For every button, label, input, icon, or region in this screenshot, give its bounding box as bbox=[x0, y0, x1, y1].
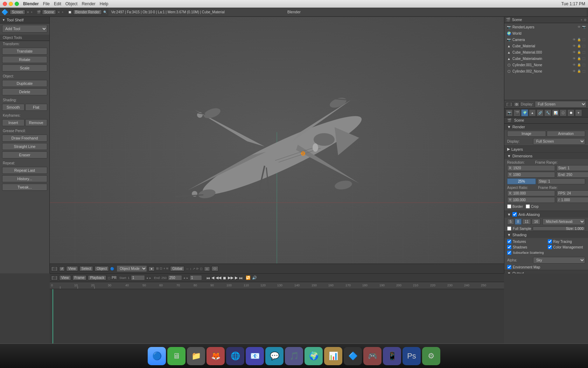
menu-edit[interactable]: Edit bbox=[54, 1, 61, 6]
vis-render-2[interactable]: 🔒 bbox=[577, 50, 581, 54]
dock-icon-blender[interactable]: 🔷 bbox=[344, 347, 362, 365]
aa-size-input[interactable] bbox=[533, 226, 585, 231]
dock-icon-3[interactable]: 🦊 bbox=[206, 347, 225, 365]
pct-button[interactable]: 25% bbox=[507, 178, 536, 184]
ray-tracing-checkbox[interactable] bbox=[548, 239, 552, 244]
timeline-start-input[interactable] bbox=[131, 275, 145, 280]
subsurface-checkbox[interactable] bbox=[507, 251, 511, 255]
loop-btn[interactable]: 🔁 bbox=[246, 275, 251, 280]
menu-render[interactable]: Render bbox=[82, 1, 95, 6]
alpha-select[interactable]: Sky bbox=[533, 257, 585, 264]
view-dropdown[interactable]: Full Screen bbox=[535, 101, 587, 108]
frame-end-input[interactable] bbox=[556, 172, 588, 178]
vis-render-3[interactable]: 🔒 bbox=[577, 57, 581, 60]
render-section-header[interactable]: ▼ Render bbox=[504, 124, 588, 130]
output-header[interactable]: ▼ Output bbox=[504, 270, 588, 273]
tweak-button[interactable]: Tweak... bbox=[2, 184, 47, 191]
crop-checkbox[interactable] bbox=[526, 204, 530, 209]
eye-icon[interactable]: 👁 bbox=[577, 25, 581, 29]
rotate-button[interactable]: Rotate bbox=[2, 56, 47, 63]
animation-render-btn[interactable]: Animation bbox=[547, 131, 586, 137]
dock-icon-7[interactable]: 🌍 bbox=[304, 347, 323, 365]
eraser-button[interactable]: Eraser bbox=[2, 151, 47, 158]
menu-help[interactable]: Help bbox=[100, 1, 108, 6]
repeat-last-button[interactable]: Repeat Last bbox=[2, 167, 47, 174]
dock-icon-4[interactable]: 🌐 bbox=[226, 347, 244, 365]
duplicate-button[interactable]: Duplicate bbox=[2, 80, 47, 87]
textures-checkbox[interactable] bbox=[507, 239, 511, 244]
image-render-btn[interactable]: Image bbox=[507, 131, 546, 137]
close-button[interactable] bbox=[3, 2, 7, 6]
frame-start-input[interactable] bbox=[556, 165, 588, 171]
scene-expand[interactable]: + bbox=[581, 18, 582, 22]
prop-icon-material[interactable]: ⬡ bbox=[560, 109, 567, 116]
sync-btn[interactable]: 🔊 bbox=[252, 275, 257, 280]
btn-screen-layout[interactable]: Screen bbox=[10, 9, 25, 15]
vis-restrict-3[interactable]: ⬚ bbox=[582, 57, 586, 60]
color-mgmt-checkbox[interactable] bbox=[548, 245, 552, 249]
prop-icon-texture[interactable]: 🔲 bbox=[567, 109, 574, 116]
vis-eye-3[interactable]: 👁 bbox=[572, 57, 576, 60]
full-sample-checkbox[interactable] bbox=[507, 226, 511, 231]
scale-button[interactable]: Scale bbox=[2, 64, 47, 71]
delete-button[interactable]: Delete bbox=[2, 88, 47, 95]
render-icon[interactable]: 📷 bbox=[582, 25, 586, 29]
prop-icon-data[interactable]: 📊 bbox=[552, 109, 559, 116]
tree-item-cube-mat[interactable]: ▲ Cube_Material 👁 🔒 ⬚ bbox=[505, 43, 587, 49]
frame-step-input[interactable] bbox=[537, 178, 585, 184]
vis-render-4[interactable]: 🔒 bbox=[577, 63, 581, 67]
dock-finder[interactable]: 🔵 bbox=[148, 347, 166, 365]
next-frame-btn[interactable]: ▶ bbox=[235, 275, 238, 280]
timeline-current-input[interactable] bbox=[190, 275, 202, 280]
menu-object[interactable]: Object bbox=[65, 1, 78, 6]
minimize-button[interactable] bbox=[9, 2, 13, 6]
dock-icon-1[interactable]: 🖥 bbox=[167, 347, 186, 365]
dock-icon-2[interactable]: 📁 bbox=[187, 347, 205, 365]
scene-settings[interactable]: ⚙ bbox=[584, 18, 587, 22]
viewport-btn-small-1[interactable]: ⬛ bbox=[51, 266, 58, 271]
menu-blender[interactable]: Blender bbox=[23, 1, 39, 6]
vis-eye-4[interactable]: 👁 bbox=[572, 63, 576, 67]
prop-icon-scene[interactable]: 🎬 bbox=[513, 109, 520, 116]
smooth-button[interactable]: Smooth bbox=[2, 104, 24, 111]
aa-11-btn[interactable]: 11 bbox=[522, 219, 531, 225]
timeline-playback-btn[interactable]: Playback bbox=[88, 275, 106, 280]
dock-icon-11[interactable]: ⚙ bbox=[422, 347, 440, 365]
menu-file[interactable]: File bbox=[43, 1, 50, 6]
camera-eye-icon[interactable]: 👁 bbox=[572, 38, 576, 41]
prop-icon-world[interactable]: 🌍 bbox=[521, 109, 528, 116]
prop-edit-btn[interactable]: ⬭ bbox=[211, 266, 218, 271]
prop-icon-constraint[interactable]: 🔗 bbox=[537, 109, 544, 116]
tree-item-renderlayers[interactable]: 📷 RenderLayers 👁 📷 bbox=[505, 24, 587, 30]
tree-item-camera[interactable]: 📷 Camera 👁 🔒 ⬚ bbox=[505, 36, 587, 43]
play-reverse-btn[interactable]: ◀◀ bbox=[216, 275, 221, 280]
translate-button[interactable]: Translate bbox=[2, 48, 47, 55]
aa-16-btn[interactable]: 16 bbox=[532, 219, 540, 225]
view-btn-2[interactable]: ⚙ bbox=[514, 102, 519, 107]
dock-icon-5[interactable]: 📧 bbox=[246, 347, 264, 365]
dock-icon-10[interactable]: 📱 bbox=[383, 347, 401, 365]
tree-item-cylinder-002[interactable]: ⬡ Cylinder.002_None 👁 🔒 ⬚ bbox=[505, 68, 587, 74]
maximize-button[interactable] bbox=[15, 2, 19, 6]
prop-icon-object[interactable]: ▲ bbox=[529, 109, 536, 116]
border-checkbox[interactable] bbox=[507, 204, 511, 209]
btn-renderer[interactable]: Blender Render bbox=[73, 9, 102, 15]
manipulator-btn[interactable]: ⌂ bbox=[204, 266, 210, 271]
vis-eye-5[interactable]: 👁 bbox=[572, 69, 576, 73]
vis-restrict-5[interactable]: ⬚ bbox=[582, 69, 586, 73]
res-x-input[interactable] bbox=[507, 165, 555, 171]
dock-icon-9[interactable]: 🎮 bbox=[363, 347, 382, 365]
dimensions-header[interactable]: ▼ Dimensions bbox=[504, 153, 588, 159]
object-menu[interactable]: Object bbox=[94, 266, 109, 271]
shading-section-header[interactable]: ▼ Shading bbox=[504, 232, 588, 238]
blender-logo[interactable]: 🔷 bbox=[1, 9, 8, 15]
aa-filter-select[interactable]: Mitchell-Netravali bbox=[542, 218, 585, 225]
layers-header[interactable]: ▶ Layers bbox=[504, 146, 588, 152]
view-menu[interactable]: View bbox=[66, 266, 78, 271]
timeline-small-btn[interactable]: ⬛ bbox=[51, 275, 58, 280]
tree-item-cylinder-001[interactable]: ⬡ Cylinder.001_None 👁 🔒 ⬚ bbox=[505, 62, 587, 68]
dock-icon-6[interactable]: 🎵 bbox=[285, 347, 303, 365]
tree-item-cube-matxwin[interactable]: ▲ Cube_Materialxwin 👁 🔒 ⬚ bbox=[505, 55, 587, 62]
camera-render-icon[interactable]: 🔒 bbox=[577, 38, 581, 41]
vis-restrict-4[interactable]: ⬚ bbox=[582, 63, 586, 67]
